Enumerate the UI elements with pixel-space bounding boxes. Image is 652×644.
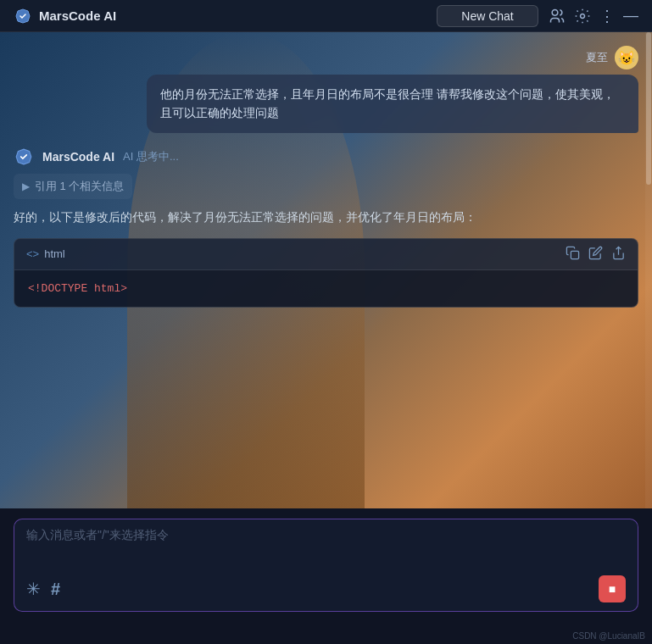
chevron-right-icon: ▶	[22, 180, 30, 192]
input-actions-row: ✳ # ■	[26, 575, 626, 602]
send-icon: ■	[609, 582, 616, 596]
new-chat-button[interactable]: New Chat	[437, 5, 538, 27]
code-actions	[566, 246, 626, 263]
send-button[interactable]: ■	[599, 575, 626, 602]
user-bubble: 他的月份无法正常选择，且年月日的布局不是很合理 请帮我修改这个问题，使其美观，且…	[147, 75, 638, 133]
ai-response-text: 好的，以下是修改后的代码，解决了月份无法正常选择的问题，并优化了年月日的布局：	[14, 208, 638, 228]
minimize-icon[interactable]: —	[623, 7, 638, 25]
header-left: MarsCode AI	[14, 7, 116, 25]
header-center: New Chat ⋮ —	[437, 5, 638, 27]
ai-header-row: MarsCode AI AI 思考中...	[14, 147, 638, 167]
code-angle-icon: <>	[26, 247, 39, 260]
chat-area: 夏至 😺 他的月份无法正常选择，且年月日的布局不是很合理 请帮我修改这个问题，使…	[0, 32, 652, 508]
ai-status: AI 思考中...	[123, 149, 179, 164]
user-name-row: 夏至 😺	[586, 46, 638, 69]
scrollbar-thumb[interactable]	[646, 32, 651, 185]
code-language: <> html	[26, 247, 65, 260]
share-icon[interactable]	[611, 246, 626, 263]
reference-row[interactable]: ▶ 引用 1 个相关信息	[14, 174, 132, 199]
header-icons: ⋮ —	[549, 7, 638, 25]
ai-message-container: MarsCode AI AI 思考中... ▶ 引用 1 个相关信息 好的，以下…	[14, 147, 638, 308]
settings-icon[interactable]	[574, 8, 591, 25]
ai-name: MarsCode AI	[42, 150, 114, 164]
users-icon[interactable]	[549, 8, 566, 25]
user-message-container: 夏至 😺 他的月份无法正常选择，且年月日的布局不是很合理 请帮我修改这个问题，使…	[14, 46, 638, 133]
logo-icon	[14, 7, 32, 25]
copy-icon[interactable]	[566, 246, 580, 263]
svg-point-0	[552, 9, 558, 15]
user-name: 夏至	[586, 50, 608, 65]
header: MarsCode AI New Chat ⋮ —	[0, 0, 652, 32]
app-title: MarsCode AI	[39, 8, 116, 23]
input-field[interactable]: 输入消息或者"/"来选择指令	[26, 528, 626, 575]
input-placeholder: 输入消息或者"/"来选择指令	[26, 528, 169, 543]
watermark: CSDN @LucianaIB	[572, 631, 645, 641]
code-doctype-line: <!DOCTYPE html>	[28, 282, 127, 295]
scrollbar-track[interactable]	[645, 32, 652, 508]
code-lang-label: html	[44, 247, 65, 260]
ai-logo-icon	[14, 147, 34, 167]
input-left-icons: ✳ #	[26, 579, 60, 599]
sparkle-icon[interactable]: ✳	[26, 579, 41, 599]
input-box: 输入消息或者"/"来选择指令 ✳ # ■	[14, 519, 638, 612]
svg-rect-2	[571, 251, 578, 258]
reference-text: 引用 1 个相关信息	[35, 179, 124, 194]
code-block: <> html	[14, 238, 638, 308]
edit-icon[interactable]	[588, 246, 603, 263]
svg-point-1	[581, 14, 585, 18]
code-header: <> html	[14, 239, 638, 270]
hash-icon[interactable]: #	[51, 580, 60, 599]
code-content: <!DOCTYPE html>	[14, 270, 638, 307]
input-area: 输入消息或者"/"来选择指令 ✳ # ■	[0, 508, 652, 644]
avatar: 😺	[615, 46, 638, 69]
more-icon[interactable]: ⋮	[599, 7, 615, 25]
